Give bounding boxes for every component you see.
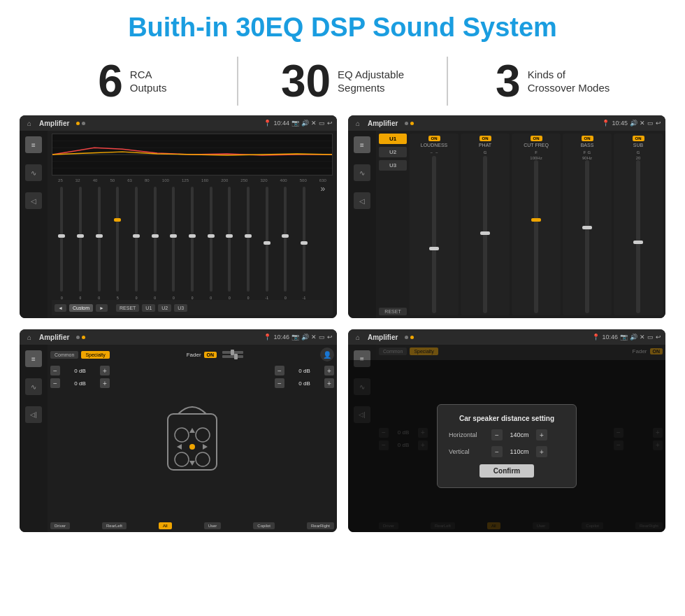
btn-all[interactable]: All bbox=[159, 522, 172, 529]
rect-icon-2[interactable]: ▭ bbox=[647, 120, 654, 127]
eq-slider-3[interactable]: 5 bbox=[109, 184, 127, 300]
back-icon-1[interactable]: ↩ bbox=[327, 120, 333, 127]
plus-btn-3[interactable]: + bbox=[324, 378, 334, 388]
sidebar-speaker-icon[interactable]: ◁ bbox=[25, 192, 42, 209]
svg-marker-14 bbox=[203, 444, 208, 450]
bar-icons-1: 📍 10:44 📷 🔊 ✕ ▭ ↩ bbox=[264, 120, 333, 127]
sidebar-wave-icon[interactable]: ∿ bbox=[25, 164, 42, 181]
btn-driver[interactable]: Driver bbox=[50, 522, 70, 529]
sidebar-wave-icon-3[interactable]: ∿ bbox=[25, 378, 42, 395]
rect-icon-3[interactable]: ▭ bbox=[319, 334, 325, 341]
freq-100: 100 bbox=[162, 178, 169, 182]
u3-btn[interactable]: U3 bbox=[174, 304, 187, 312]
eq-slider-2[interactable]: 0 bbox=[90, 184, 108, 300]
freq-80: 80 bbox=[145, 178, 150, 182]
freq-200: 200 bbox=[221, 178, 228, 182]
btn-rearright[interactable]: RearRight bbox=[307, 522, 334, 529]
prev-preset-btn[interactable]: ◄ bbox=[55, 304, 66, 312]
vertical-plus-btn[interactable]: + bbox=[536, 446, 547, 457]
amp-presets: U1 U2 U3 RESET bbox=[379, 134, 407, 315]
vertical-value: 110cm bbox=[505, 448, 533, 455]
home-icon-2[interactable]: ⌂ bbox=[352, 117, 363, 129]
plus-btn-0[interactable]: + bbox=[100, 366, 110, 375]
preset-u1[interactable]: U1 bbox=[379, 134, 407, 144]
minus-btn-2[interactable]: − bbox=[275, 366, 284, 375]
back-icon-2[interactable]: ↩ bbox=[656, 120, 661, 127]
tab-common[interactable]: Common bbox=[50, 351, 78, 359]
vertical-minus-btn[interactable]: − bbox=[491, 446, 503, 457]
sidebar-speaker-icon-2[interactable]: ◁ bbox=[354, 192, 370, 209]
sidebar-vol-icon-3[interactable]: ◁| bbox=[25, 406, 42, 423]
eq-slider-11[interactable]: -1 bbox=[258, 184, 275, 300]
minus-btn-3[interactable]: − bbox=[275, 378, 284, 388]
horizontal-value: 140cm bbox=[505, 431, 533, 438]
confirm-button[interactable]: Confirm bbox=[480, 464, 534, 478]
stat-item-eq: 30 EQ AdjustableSegments bbox=[252, 59, 433, 103]
reset-amp-btn[interactable]: RESET bbox=[379, 308, 407, 315]
rect-icon-4[interactable]: ▭ bbox=[647, 334, 654, 341]
stat-item-crossover: 3 Kinds ofCrossover Modes bbox=[462, 59, 643, 103]
eq-slider-1[interactable]: 0 bbox=[72, 184, 89, 300]
stat-divider-2 bbox=[447, 57, 448, 106]
camera-icon-4: 📷 bbox=[620, 334, 628, 341]
fader-middle: − 0 dB + − 0 dB + bbox=[50, 364, 334, 520]
screen-content-2: ≡ ∿ ◁ U1 U2 U3 RESET ON LOUDNESS bbox=[348, 131, 665, 318]
home-icon-4[interactable]: ⌂ bbox=[352, 331, 363, 343]
sidebar-eq-icon-2[interactable]: ≡ bbox=[354, 136, 370, 153]
volume-icon-1: 🔊 bbox=[301, 120, 309, 127]
back-icon-4[interactable]: ↩ bbox=[656, 334, 661, 341]
home-icon-3[interactable]: ⌂ bbox=[24, 331, 35, 343]
next-preset-btn[interactable]: ► bbox=[96, 304, 108, 312]
eq-slider-10[interactable]: 0 bbox=[240, 184, 257, 300]
eq-slider-0[interactable]: 0 bbox=[53, 184, 71, 300]
bar-title-2: Amplifier bbox=[368, 120, 398, 127]
minus-btn-0[interactable]: − bbox=[50, 366, 60, 375]
tab-specialty[interactable]: Specialty bbox=[81, 351, 109, 359]
preset-u3[interactable]: U3 bbox=[379, 160, 407, 171]
sidebar-wave-icon-2[interactable]: ∿ bbox=[354, 164, 370, 181]
back-icon-3[interactable]: ↩ bbox=[327, 334, 333, 341]
reset-btn[interactable]: RESET bbox=[116, 304, 139, 312]
eq-slider-13[interactable]: -1 bbox=[296, 184, 313, 300]
expand-icon[interactable]: » bbox=[314, 184, 331, 300]
sidebar-eq-icon-3[interactable]: ≡ bbox=[25, 350, 42, 367]
rect-icon-1[interactable]: ▭ bbox=[319, 120, 325, 127]
eq-slider-5[interactable]: 0 bbox=[146, 184, 164, 300]
horizontal-plus-btn[interactable]: + bbox=[536, 429, 547, 440]
btn-user[interactable]: User bbox=[204, 522, 222, 529]
sidebar-eq-icon[interactable]: ≡ bbox=[25, 136, 42, 153]
bar-time-3: 10:46 bbox=[273, 334, 289, 341]
db-row-3: − 0 dB + bbox=[275, 378, 334, 388]
freq-250: 250 bbox=[240, 178, 247, 182]
eq-slider-6[interactable]: 0 bbox=[165, 184, 182, 300]
eq-slider-4[interactable]: 0 bbox=[128, 184, 145, 300]
fader-user-icon[interactable]: 👤 bbox=[320, 348, 334, 361]
close-icon-4[interactable]: ✕ bbox=[640, 334, 645, 341]
freq-40: 40 bbox=[93, 178, 98, 182]
close-icon-2[interactable]: ✕ bbox=[640, 120, 645, 127]
plus-btn-1[interactable]: + bbox=[100, 378, 110, 388]
btn-copilot[interactable]: Copilot bbox=[253, 522, 275, 529]
db-row-1: − 0 dB + bbox=[50, 378, 110, 388]
screen-content-1: ≡ ∿ ◁ bbox=[20, 131, 337, 318]
preset-u2[interactable]: U2 bbox=[379, 147, 407, 157]
eq-sliders: 0 0 0 5 0 0 0 0 0 0 0 -1 0 -1 » bbox=[52, 184, 333, 300]
btn-rearleft[interactable]: RearLeft bbox=[102, 522, 127, 529]
db-val-3: 0 dB bbox=[287, 380, 322, 387]
eq-slider-7[interactable]: 0 bbox=[184, 184, 201, 300]
eq-slider-8[interactable]: 0 bbox=[202, 184, 219, 300]
eq-slider-12[interactable]: 0 bbox=[277, 184, 294, 300]
eq-slider-9[interactable]: 0 bbox=[221, 184, 238, 300]
preset-custom-btn[interactable]: Custom bbox=[69, 304, 93, 312]
dialog-horizontal-label: Horizontal bbox=[449, 431, 487, 438]
horizontal-minus-btn[interactable]: − bbox=[491, 429, 503, 440]
plus-btn-2[interactable]: + bbox=[324, 366, 334, 375]
minus-btn-1[interactable]: − bbox=[50, 378, 60, 388]
close-icon-1[interactable]: ✕ bbox=[311, 120, 317, 127]
stat-label-rca: RCAOutputs bbox=[130, 68, 167, 95]
u2-btn[interactable]: U2 bbox=[158, 304, 171, 312]
close-icon-3[interactable]: ✕ bbox=[311, 334, 317, 341]
home-icon-1[interactable]: ⌂ bbox=[24, 117, 35, 129]
bar-time-1: 10:44 bbox=[273, 120, 289, 127]
u1-btn[interactable]: U1 bbox=[142, 304, 155, 312]
